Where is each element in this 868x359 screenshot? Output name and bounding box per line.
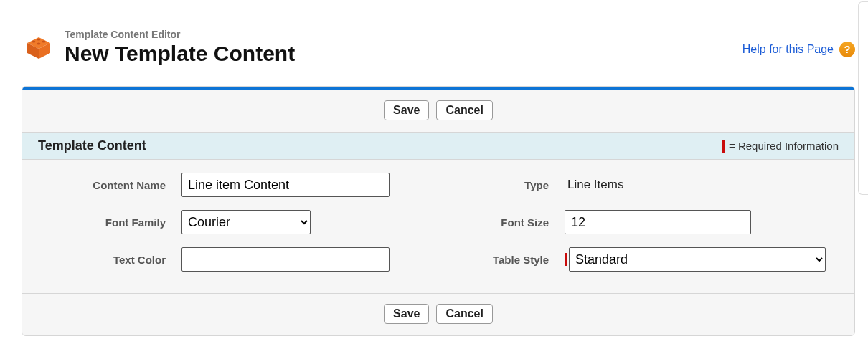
right-scroll-handle[interactable]: [858, 1, 868, 195]
svg-point-4: [37, 39, 41, 41]
label-type: Type: [405, 179, 549, 191]
help-icon: ?: [839, 42, 855, 57]
svg-point-3: [32, 41, 36, 43]
svg-point-6: [37, 43, 41, 45]
top-button-row: Save Cancel: [22, 90, 854, 133]
page-title: New Template Content: [65, 42, 295, 66]
required-bar-icon: [565, 253, 567, 266]
save-button[interactable]: Save: [384, 304, 429, 324]
label-content-name: Content Name: [22, 179, 166, 191]
required-note: = Required Information: [722, 140, 839, 153]
svg-point-5: [42, 41, 46, 43]
block-icon: [22, 29, 56, 63]
font-family-select[interactable]: Courier: [181, 210, 311, 234]
table-style-select[interactable]: Standard: [569, 247, 826, 272]
text-color-input[interactable]: [181, 247, 390, 272]
required-note-text: = Required Information: [729, 140, 839, 152]
section-title: Template Content: [38, 138, 146, 153]
bottom-button-row: Save Cancel: [22, 294, 854, 335]
label-table-style: Table Style: [405, 254, 549, 266]
label-font-family: Font Family: [22, 216, 166, 229]
page-subtitle: Template Content Editor: [65, 29, 295, 40]
label-font-size: Font Size: [405, 216, 549, 229]
type-value: Line Items: [565, 178, 826, 192]
help-link[interactable]: Help for this Page ?: [742, 42, 855, 57]
required-bar-icon: [722, 140, 725, 153]
save-button[interactable]: Save: [384, 100, 429, 120]
cancel-button[interactable]: Cancel: [436, 304, 492, 324]
edit-panel: Save Cancel Template Content = Required …: [22, 86, 855, 336]
label-text-color: Text Color: [22, 254, 166, 266]
content-name-input[interactable]: [181, 173, 390, 197]
font-size-input[interactable]: [565, 210, 751, 234]
help-link-label: Help for this Page: [742, 43, 834, 56]
cancel-button[interactable]: Cancel: [436, 100, 492, 120]
